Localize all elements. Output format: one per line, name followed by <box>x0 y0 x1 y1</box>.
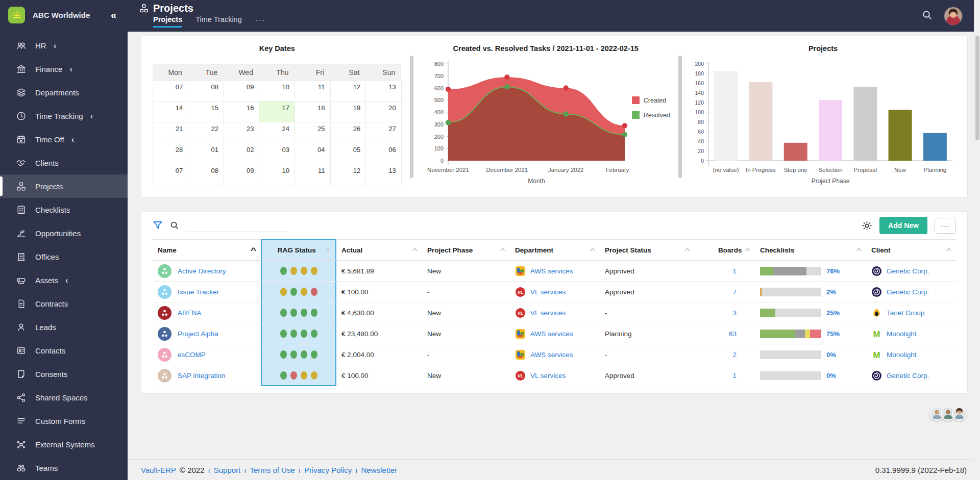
calendar-day-cell[interactable]: 26 <box>330 122 366 143</box>
panel-scrollbar[interactable] <box>410 56 413 178</box>
gear-icon[interactable] <box>862 220 872 231</box>
project-name-link[interactable]: esCOMP <box>178 351 206 359</box>
department-link[interactable]: VL services <box>530 309 566 317</box>
client-link[interactable]: Monolight <box>887 351 917 359</box>
calendar-day-cell[interactable]: 07 <box>153 164 188 185</box>
client-link[interactable]: Genetic Corp. <box>887 267 929 275</box>
boards-link[interactable]: 7 <box>732 288 737 296</box>
tabs-more-icon[interactable]: ··· <box>255 15 266 28</box>
global-search-icon[interactable] <box>922 10 933 22</box>
column-header-checklists[interactable]: Checklists^ <box>755 239 866 261</box>
footer-link-newsletter[interactable]: Newsletter <box>361 466 397 474</box>
sidebar-item-time-tracking[interactable]: Time Tracking‹ <box>0 104 128 128</box>
sidebar-item-checklists[interactable]: Checklists <box>0 198 128 221</box>
sidebar-item-contacts[interactable]: Contacts <box>0 339 128 362</box>
footer-link-support[interactable]: Support <box>214 466 241 474</box>
column-header-actual[interactable]: Actual^ <box>336 239 422 261</box>
calendar-day-cell[interactable]: 22 <box>188 122 224 143</box>
department-link[interactable]: VL services <box>530 288 566 296</box>
calendar-day-cell[interactable]: 15 <box>188 102 224 122</box>
calendar-day-cell[interactable]: 10 <box>259 81 295 102</box>
calendar-day-cell[interactable]: 28 <box>153 143 188 164</box>
row-more-button[interactable]: ··· <box>935 218 956 234</box>
column-header-client[interactable]: Client^ <box>866 239 956 261</box>
table-search-icon[interactable] <box>170 221 179 230</box>
client-link[interactable]: Genetic Corp. <box>887 372 929 380</box>
table-search-input[interactable] <box>186 219 288 232</box>
department-link[interactable]: VL services <box>530 372 566 380</box>
sidebar-item-external-systems[interactable]: External Systems <box>0 433 128 456</box>
calendar-day-cell[interactable]: 01 <box>188 143 224 164</box>
sidebar-item-teams[interactable]: Teams <box>0 456 128 479</box>
sidebar-item-contracts[interactable]: Contracts <box>0 292 128 315</box>
boards-link[interactable]: 1 <box>732 372 737 380</box>
filter-funnel-icon[interactable] <box>153 220 163 231</box>
client-link[interactable]: Genetic Corp. <box>887 288 929 296</box>
sidebar-item-hr[interactable]: HR‹ <box>0 34 128 57</box>
calendar-day-cell[interactable]: 04 <box>295 143 331 164</box>
calendar-day-cell[interactable]: 23 <box>224 122 259 143</box>
calendar-day-cell[interactable]: 13 <box>366 164 402 185</box>
footer-link-privacy[interactable]: Privacy Policy <box>304 466 352 474</box>
calendar-day-cell[interactable]: 09 <box>224 164 259 185</box>
sidebar-item-shared-spaces[interactable]: Shared Spaces <box>0 386 128 409</box>
boards-link[interactable]: 1 <box>732 267 737 275</box>
calendar-day-cell[interactable]: 02 <box>224 143 259 164</box>
calendar-day-cell[interactable]: 10 <box>259 164 295 185</box>
sidebar-item-custom-forms[interactable]: Custom Forms <box>0 409 128 433</box>
calendar-day-cell[interactable]: 24 <box>259 122 295 143</box>
sidebar-item-departments[interactable]: Departments <box>0 81 128 104</box>
project-name-link[interactable]: SAP integration <box>178 372 226 380</box>
scrollbar-thumb[interactable] <box>975 36 979 140</box>
department-link[interactable]: AWS services <box>530 330 573 338</box>
calendar-day-cell[interactable]: 08 <box>188 164 224 185</box>
client-link[interactable]: Tanet Group <box>887 309 924 317</box>
add-new-button[interactable]: Add New <box>879 217 927 234</box>
calendar-day-cell[interactable]: 27 <box>366 122 402 143</box>
sidebar-item-projects[interactable]: Projects <box>0 174 128 198</box>
calendar-day-cell[interactable]: 11 <box>295 164 331 185</box>
boards-link[interactable]: 63 <box>729 330 737 338</box>
calendar-day-cell[interactable]: 19 <box>330 102 366 122</box>
calendar-day-cell[interactable]: 21 <box>153 122 188 143</box>
calendar-day-cell[interactable]: 16 <box>224 102 259 122</box>
sidebar-item-leads[interactable]: Leads <box>0 315 128 339</box>
calendar-day-cell[interactable]: 08 <box>188 81 224 102</box>
calendar-day-cell[interactable]: 03 <box>259 143 295 164</box>
calendar-day-cell[interactable]: 09 <box>224 81 259 102</box>
project-name-link[interactable]: Active Directory <box>178 267 226 275</box>
sidebar-item-finance[interactable]: Finance‹ <box>0 57 128 81</box>
tab-time-tracking[interactable]: Time Tracking <box>195 15 242 28</box>
sidebar-item-offices[interactable]: Offices <box>0 245 128 268</box>
calendar-day-cell[interactable]: 12 <box>330 164 366 185</box>
column-header-rag-status[interactable]: RAG Status^ <box>261 239 336 261</box>
sidebar-item-time-off[interactable]: Time Off‹ <box>0 128 128 151</box>
presence-avatar[interactable] <box>952 406 967 421</box>
calendar-day-cell[interactable]: 13 <box>366 81 402 102</box>
client-link[interactable]: Monolight <box>887 330 917 338</box>
sidebar-item-clients[interactable]: Clients <box>0 151 128 174</box>
sidebar-item-consents[interactable]: Consents <box>0 362 128 386</box>
department-link[interactable]: AWS services <box>530 267 573 275</box>
footer-link-terms[interactable]: Terms of Use <box>250 466 295 474</box>
calendar-day-cell[interactable]: 07 <box>153 81 188 102</box>
calendar-day-cell[interactable]: 25 <box>295 122 331 143</box>
user-avatar[interactable] <box>944 7 963 26</box>
boards-link[interactable]: 3 <box>732 309 737 317</box>
footer-brand-link[interactable]: Vault-ERP <box>141 466 176 474</box>
calendar-day-cell[interactable]: 17 <box>259 102 295 122</box>
calendar-day-cell[interactable]: 14 <box>153 102 188 122</box>
calendar-day-cell[interactable]: 20 <box>366 102 402 122</box>
tab-projects[interactable]: Projects <box>153 15 182 28</box>
calendar-day-cell[interactable]: 11 <box>295 81 331 102</box>
column-header-project-phase[interactable]: Project Phase^ <box>422 239 510 261</box>
column-header-boards[interactable]: Boards^ <box>695 239 755 261</box>
column-header-department[interactable]: Department^ <box>510 239 600 261</box>
project-name-link[interactable]: Project Alpha <box>178 330 218 338</box>
panel-scrollbar[interactable] <box>678 56 682 178</box>
project-name-link[interactable]: ARENA <box>178 309 202 317</box>
project-name-link[interactable]: Issue Tracker <box>178 288 219 296</box>
calendar-day-cell[interactable]: 05 <box>330 143 366 164</box>
boards-link[interactable]: 2 <box>732 351 737 359</box>
sidebar-collapse-icon[interactable]: « <box>111 9 120 21</box>
